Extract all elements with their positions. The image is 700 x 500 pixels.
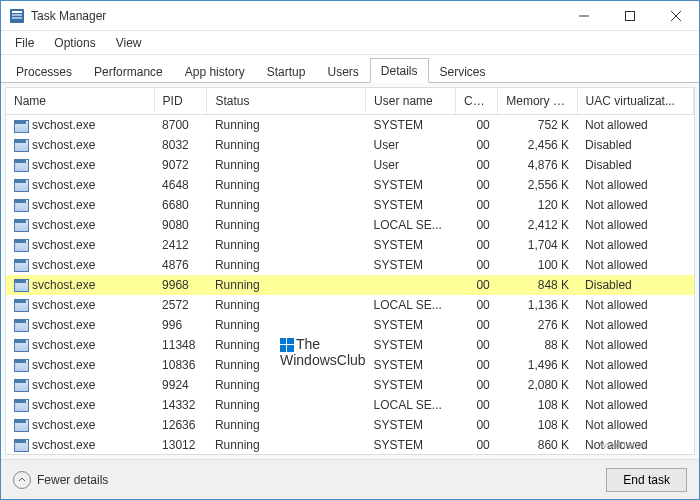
cell-uac: Not allowed [577,235,693,255]
cell-user: SYSTEM [366,255,456,275]
footer: Fewer details End task [1,459,699,499]
cell-memory: 1,704 K [498,235,577,255]
cell-status: Running [207,395,366,415]
chevron-up-icon [13,471,31,489]
col-header-name[interactable]: Name [6,88,154,115]
cell-cpu: 00 [455,195,497,215]
cell-uac: Not allowed [577,295,693,315]
table-row[interactable]: svchost.exe9080RunningLOCAL SE...002,412… [6,215,694,235]
tab-processes[interactable]: Processes [5,59,83,83]
table-row[interactable]: svchost.exe6680RunningSYSTEM00120 KNot a… [6,195,694,215]
col-header-uac[interactable]: UAC virtualizat... [577,88,693,115]
cell-cpu: 00 [455,115,497,135]
table-row[interactable]: svchost.exe9968Running00848 KDisabled [6,275,694,295]
process-icon [14,359,28,371]
cell-user: LOCAL SE... [366,295,456,315]
cell-uac: Not allowed [577,195,693,215]
process-icon [14,179,28,191]
cell-pid: 9080 [154,215,207,235]
cell-cpu: 00 [455,355,497,375]
cell-status: Running [207,335,366,355]
col-header-status[interactable]: Status [207,88,366,115]
cell-uac: Not allowed [577,175,693,195]
process-icon [14,259,28,271]
tab-app-history[interactable]: App history [174,59,256,83]
table-row[interactable]: svchost.exe10836RunningSYSTEM001,496 KNo… [6,355,694,375]
table-row[interactable]: svchost.exe8032RunningUser002,456 KDisab… [6,135,694,155]
process-icon [14,379,28,391]
cell-name: svchost.exe [6,435,154,455]
table-row[interactable]: svchost.exe2572RunningLOCAL SE...001,136… [6,295,694,315]
cell-memory: 2,556 K [498,175,577,195]
process-table: Name PID Status User name CPU Memory (a.… [6,88,694,454]
cell-pid: 8032 [154,135,207,155]
cell-uac: Not allowed [577,215,693,235]
process-icon [14,279,28,291]
table-row[interactable]: svchost.exe4876RunningSYSTEM00100 KNot a… [6,255,694,275]
menu-view[interactable]: View [106,34,152,52]
table-row[interactable]: svchost.exe13012RunningSYSTEM00860 KNot … [6,435,694,455]
window-title: Task Manager [31,9,561,23]
minimize-button[interactable] [561,1,607,31]
process-icon [14,239,28,251]
cell-user: SYSTEM [366,115,456,135]
table-row[interactable]: svchost.exe14332RunningLOCAL SE...00108 … [6,395,694,415]
cell-pid: 6680 [154,195,207,215]
close-button[interactable] [653,1,699,31]
end-task-button[interactable]: End task [606,468,687,492]
table-row[interactable]: svchost.exe9924RunningSYSTEM002,080 KNot… [6,375,694,395]
cell-cpu: 00 [455,155,497,175]
cell-memory: 2,080 K [498,375,577,395]
tab-startup[interactable]: Startup [256,59,317,83]
tab-users[interactable]: Users [316,59,369,83]
table-row[interactable]: svchost.exe9072RunningUser004,876 KDisab… [6,155,694,175]
cell-name: svchost.exe [6,275,154,295]
cell-pid: 8700 [154,115,207,135]
tab-performance[interactable]: Performance [83,59,174,83]
table-row[interactable]: svchost.exe996RunningSYSTEM00276 KNot al… [6,315,694,335]
cell-memory: 108 K [498,415,577,435]
cell-name: svchost.exe [6,415,154,435]
cell-name: svchost.exe [6,135,154,155]
tab-services[interactable]: Services [429,59,497,83]
process-icon [14,439,28,451]
table-row[interactable]: svchost.exe12636RunningSYSTEM00108 KNot … [6,415,694,435]
col-header-pid[interactable]: PID [154,88,207,115]
task-manager-window: Task Manager File Options View Processes… [0,0,700,500]
cell-pid: 14332 [154,395,207,415]
col-header-user[interactable]: User name [366,88,456,115]
cell-status: Running [207,195,366,215]
fewer-details-toggle[interactable]: Fewer details [13,471,108,489]
table-row[interactable]: svchost.exe2412RunningSYSTEM001,704 KNot… [6,235,694,255]
tab-details[interactable]: Details [370,58,429,83]
process-icon [14,399,28,411]
cell-cpu: 00 [455,415,497,435]
svg-rect-1 [12,11,22,13]
cell-memory: 120 K [498,195,577,215]
process-icon [14,219,28,231]
cell-name: svchost.exe [6,195,154,215]
cell-uac: Disabled [577,135,693,155]
cell-name: svchost.exe [6,395,154,415]
maximize-button[interactable] [607,1,653,31]
cell-uac: Not allowed [577,395,693,415]
cell-user [366,275,456,295]
table-row[interactable]: svchost.exe8700RunningSYSTEM00752 KNot a… [6,115,694,135]
table-row[interactable]: svchost.exe11348RunningSYSTEM0088 KNot a… [6,335,694,355]
cell-user: SYSTEM [366,435,456,455]
cell-pid: 10836 [154,355,207,375]
cell-user: SYSTEM [366,195,456,215]
menu-options[interactable]: Options [44,34,105,52]
table-row[interactable]: svchost.exe4648RunningSYSTEM002,556 KNot… [6,175,694,195]
svg-rect-2 [12,14,22,16]
cell-pid: 2412 [154,235,207,255]
col-header-cpu[interactable]: CPU [455,88,497,115]
menu-file[interactable]: File [5,34,44,52]
tabbar: Processes Performance App history Startu… [1,55,699,83]
process-icon [14,159,28,171]
cell-pid: 4648 [154,175,207,195]
process-table-scroll[interactable]: Name PID Status User name CPU Memory (a.… [6,88,694,454]
cell-pid: 2572 [154,295,207,315]
cell-name: svchost.exe [6,295,154,315]
col-header-memory[interactable]: Memory (a... [498,88,577,115]
